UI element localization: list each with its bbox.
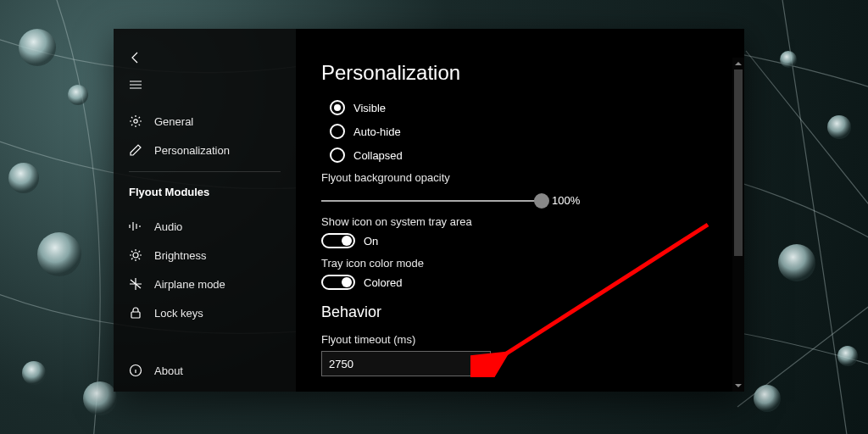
info-icon [129, 364, 142, 377]
menu-button[interactable] [119, 71, 153, 98]
radio-label: Visible [353, 102, 386, 114]
sidebar-item-label: Lock keys [154, 307, 203, 320]
svg-point-8 [778, 244, 815, 281]
svg-point-0 [19, 29, 56, 66]
radio-option-auto-hide[interactable]: Auto-hide [330, 124, 719, 139]
sidebar-item-general[interactable]: General [114, 107, 296, 136]
scroll-down-icon[interactable] [732, 380, 744, 392]
svg-point-10 [754, 385, 781, 412]
svg-rect-14 [131, 312, 140, 318]
opacity-value: 100% [552, 194, 580, 207]
svg-point-7 [827, 115, 851, 139]
radio-icon [330, 147, 345, 163]
radio-label: Auto-hide [353, 125, 401, 138]
svg-point-1 [68, 85, 88, 105]
sidebar-item-label: Personalization [154, 144, 230, 157]
airplane-icon [129, 277, 142, 291]
timeout-spinbox[interactable]: 2750 [321, 351, 491, 376]
audio-icon [129, 220, 142, 233]
radio-label: Collapsed [353, 149, 403, 162]
svg-point-6 [780, 51, 797, 68]
opacity-slider[interactable] [321, 200, 542, 202]
svg-point-2 [8, 163, 39, 193]
timeout-label: Flyout timeout (ms) [321, 333, 719, 346]
sidebar-item-label: General [154, 115, 193, 128]
scrollbar-thumb[interactable] [734, 70, 743, 256]
sidebar-item-label: About [154, 364, 183, 377]
radio-option-visible[interactable]: Visible [330, 100, 719, 115]
spinner-arrows-icon[interactable] [476, 359, 483, 369]
radio-icon [330, 100, 345, 115]
sidebar-divider [129, 171, 281, 172]
gear-icon [129, 114, 142, 128]
sidebar-nav-modules: Audio Brightness Airplane mode Lock keys [114, 212, 296, 327]
radio-icon [330, 124, 345, 139]
page-title: Personalization [321, 61, 719, 85]
radio-option-collapsed[interactable]: Collapsed [330, 147, 719, 163]
tray-color-label: Tray icon color mode [321, 257, 719, 270]
scroll-up-icon[interactable] [732, 58, 744, 70]
content-scrollbar[interactable] [732, 58, 744, 392]
svg-point-12 [134, 120, 137, 123]
lock-icon [129, 306, 142, 320]
sidebar-item-personalization[interactable]: Personalization [114, 136, 296, 164]
sidebar-item-label: Brightness [154, 249, 206, 262]
svg-point-5 [83, 381, 117, 415]
sidebar-item-label: Audio [154, 220, 182, 233]
brightness-icon [129, 248, 142, 262]
back-button[interactable] [119, 44, 153, 71]
sidebar-item-lock-keys[interactable]: Lock keys [114, 298, 296, 327]
toggle-state-text: On [364, 235, 378, 248]
edit-icon [129, 143, 142, 157]
svg-point-13 [133, 253, 138, 258]
timeout-value: 2750 [329, 358, 353, 370]
sidebar-item-airplane-mode[interactable]: Airplane mode [114, 270, 296, 298]
tray-icon-label: Show icon on system tray area [321, 215, 719, 228]
svg-point-3 [37, 232, 81, 276]
sidebar-item-brightness[interactable]: Brightness [114, 241, 296, 270]
content-pane: Personalization Visible Auto-hide Collap… [296, 29, 744, 392]
sidebar-heading-modules: Flyout Modules [114, 179, 296, 203]
tray-icon-toggle[interactable] [321, 233, 355, 248]
sidebar-nav-primary: General Personalization [114, 107, 296, 164]
sidebar-item-audio[interactable]: Audio [114, 212, 296, 241]
sidebar-item-label: Airplane mode [154, 278, 225, 291]
opacity-label: Flyout background opacity [321, 171, 719, 184]
slider-thumb-icon[interactable] [534, 193, 549, 209]
tray-color-toggle[interactable] [321, 275, 355, 290]
sidebar: General Personalization Flyout Modules A… [114, 29, 296, 392]
app-window: General Personalization Flyout Modules A… [114, 29, 744, 392]
behavior-heading: Behavior [321, 303, 719, 321]
svg-point-4 [22, 361, 46, 385]
sidebar-item-about[interactable]: About [114, 356, 296, 385]
toggle-state-text: Colored [364, 276, 403, 289]
opacity-slider-row: 100% [321, 194, 719, 207]
svg-point-9 [837, 346, 858, 366]
